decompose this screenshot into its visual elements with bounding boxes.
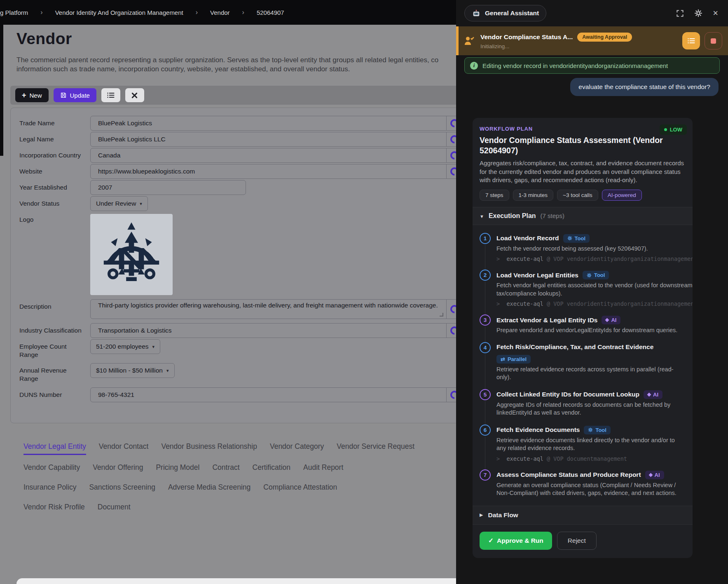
caret-down-icon: ▾ — [152, 344, 155, 349]
vendor-logo-image[interactable] — [90, 214, 173, 295]
form-row-trade-name: Trade NameBluePeak Logistics — [19, 116, 484, 131]
chevron-down-icon: ▼ — [480, 214, 484, 219]
incorporation-country-input[interactable]: Canada — [90, 148, 482, 163]
terminal-prompt-icon: >_ — [496, 455, 506, 462]
plan-step-1: 1Load Vendor Record ToolFetch the vendor… — [480, 233, 686, 270]
robot-icon — [472, 9, 481, 17]
approve-run-button[interactable]: ✓ Approve & Run — [480, 532, 552, 550]
breadcrumb-item-vendor[interactable]: Vendor — [210, 9, 230, 16]
step-title: Load Vendor Legal Entities — [496, 272, 578, 279]
legal-name-input[interactable]: BluePeak Logistics LLC — [90, 132, 482, 147]
breadcrumb-item-52064907[interactable]: 52064907 — [257, 9, 284, 16]
execution-steps: 1Load Vendor Record ToolFetch the vendor… — [473, 225, 693, 506]
tab-sanctions-screening[interactable]: Sanctions Screening — [89, 483, 155, 495]
form-row-incorporation-country: Incorporation CountryCanada — [19, 148, 484, 163]
dropdown-value: $10 Million - $50 Million — [96, 367, 163, 374]
context-alert-text: Editing vendor record in vendoridentitya… — [482, 62, 668, 69]
description-textarea[interactable]: Third-party logistics provider offering … — [90, 299, 482, 319]
tab-vendor-business-relationship[interactable]: Vendor Business Relationship — [161, 442, 257, 455]
reject-button[interactable]: Reject — [557, 532, 597, 550]
step-description: Generate an overall compliance status (C… — [496, 481, 686, 497]
data-flow-header[interactable]: ▶ Data Flow — [473, 506, 693, 525]
workflow-plan-card: WORKFLOW PLAN LOW Vendor Compliance Stat… — [473, 118, 693, 558]
breadcrumb-separator: › — [40, 9, 42, 16]
duns-number-input[interactable]: 98-765-4321 — [90, 387, 482, 402]
update-button[interactable]: Update — [54, 88, 96, 102]
plus-icon: + — [22, 91, 26, 99]
plan-meta-pill-ai-powered: AI-powered — [602, 190, 642, 201]
new-button[interactable]: + New — [15, 88, 49, 102]
tab-vendor-category[interactable]: Vendor Category — [270, 442, 324, 455]
employee-count-range-dropdown[interactable]: 51-200 employees▾ — [90, 339, 160, 354]
workflow-status-row[interactable]: Vendor Compliance Status A... Awaiting A… — [456, 26, 728, 55]
assistant-selector[interactable]: General Assistant — [464, 5, 546, 21]
step-number: 7 — [480, 469, 491, 481]
breadcrumb-item-g-platform[interactable]: g Platform — [0, 9, 28, 16]
vendor-form: Trade NameBluePeak LogisticsLegal NameBl… — [10, 108, 484, 423]
task-list-button[interactable] — [682, 32, 700, 49]
execution-plan-header[interactable]: ▼ Execution Plan (7 steps) — [473, 207, 693, 225]
website-input[interactable]: https://www.bluepeaklogistics.com — [90, 164, 482, 179]
field-label: Incorporation Country — [19, 148, 90, 163]
tab-vendor-legal-entity[interactable]: Vendor Legal Entity — [23, 442, 86, 455]
stop-button[interactable] — [705, 32, 722, 49]
risk-badge: LOW — [660, 124, 687, 135]
cancel-button[interactable] — [125, 88, 144, 102]
gear-icon[interactable] — [694, 9, 702, 17]
info-icon: i — [470, 62, 478, 70]
breadcrumb-item-vendor-identity-and-organization-management[interactable]: Vendor Identity And Organization Managem… — [55, 9, 183, 16]
record-toolbar: + New Update — [10, 86, 484, 105]
panel-close-icon[interactable]: × — [713, 9, 718, 18]
tab-audit-report[interactable]: Audit Report — [303, 463, 343, 475]
vendor-status-dropdown[interactable]: Under Review▾ — [90, 196, 148, 211]
list-view-button[interactable] — [101, 88, 120, 102]
code-separator: @ — [543, 455, 553, 462]
tab-vendor-risk-profile[interactable]: Vendor Risk Profile — [23, 503, 85, 514]
fullscreen-icon[interactable] — [676, 9, 684, 17]
resize-handle-icon — [440, 313, 443, 317]
parallel-badge: ⇄Parallel — [496, 355, 531, 364]
form-row-annual-revenue-range: Annual Revenue Range$10 Million - $50 Mi… — [19, 363, 484, 383]
code-target: VOP_vendoridentityandorganizationmanagem… — [553, 256, 693, 262]
step-description: Fetch vendor legal entities associated t… — [496, 281, 693, 298]
form-row-industry-classification: Industry ClassificationTransportation & … — [19, 323, 484, 338]
step-number: 2 — [480, 270, 491, 281]
tab-contract[interactable]: Contract — [212, 463, 239, 475]
tab-insurance-policy[interactable]: Insurance Policy — [23, 483, 76, 495]
step-description: Fetch the vendor record being assessed (… — [496, 245, 693, 253]
tab-vendor-contact[interactable]: Vendor Contact — [99, 442, 149, 455]
tab-certification[interactable]: Certification — [253, 463, 290, 475]
tab-vendor-offering[interactable]: Vendor Offering — [93, 463, 143, 475]
field-value: BluePeak Logistics — [91, 116, 446, 130]
badge-label: AI — [653, 392, 658, 398]
tab-pricing-model[interactable]: Pricing Model — [156, 463, 199, 475]
form-row-legal-name: Legal NameBluePeak Logistics LLC — [19, 132, 484, 147]
gear-icon — [567, 236, 572, 241]
tab-vendor-service-request[interactable]: Vendor Service Request — [337, 442, 414, 455]
execution-plan-count: (7 steps) — [541, 212, 564, 219]
badge-label: AI — [655, 472, 660, 478]
plan-title: Vendor Compliance Status Assessment (Ven… — [480, 135, 686, 156]
field-label: Year Established — [19, 180, 90, 195]
assistant-title: General Assistant — [485, 9, 539, 17]
tab-adverse-media-screening[interactable]: Adverse Media Screening — [168, 483, 250, 495]
year-established-input[interactable]: 2007 — [90, 180, 246, 195]
industry-classification-input[interactable]: Transportation & Logistics — [90, 323, 482, 338]
tab-vendor-capability[interactable]: Vendor Capability — [23, 463, 80, 475]
field-value: Third-party logistics provider offering … — [91, 300, 446, 319]
step-title: Extract Vendor & Legal Entity IDs — [496, 317, 597, 324]
approve-run-label: Approve & Run — [497, 537, 543, 544]
field-value: Transportation & Logistics — [91, 324, 446, 338]
step-code: >_ execute-aql @ VOP_documentmanagement — [496, 455, 686, 462]
list-icon — [107, 91, 115, 99]
step-number: 1 — [480, 233, 491, 244]
sparkle-icon — [647, 392, 651, 396]
tab-compliance-attestation[interactable]: Compliance Attestation — [263, 483, 337, 495]
tab-document[interactable]: Document — [98, 503, 131, 514]
trade-name-input[interactable]: BluePeak Logistics — [90, 116, 482, 131]
step-number: 4 — [480, 342, 491, 353]
annual-revenue-range-dropdown[interactable]: $10 Million - $50 Million▾ — [90, 363, 175, 378]
code-command: execute-aql — [506, 256, 543, 262]
field-value: 98-765-4321 — [91, 388, 446, 402]
field-label: Employee Count Range — [19, 339, 90, 359]
